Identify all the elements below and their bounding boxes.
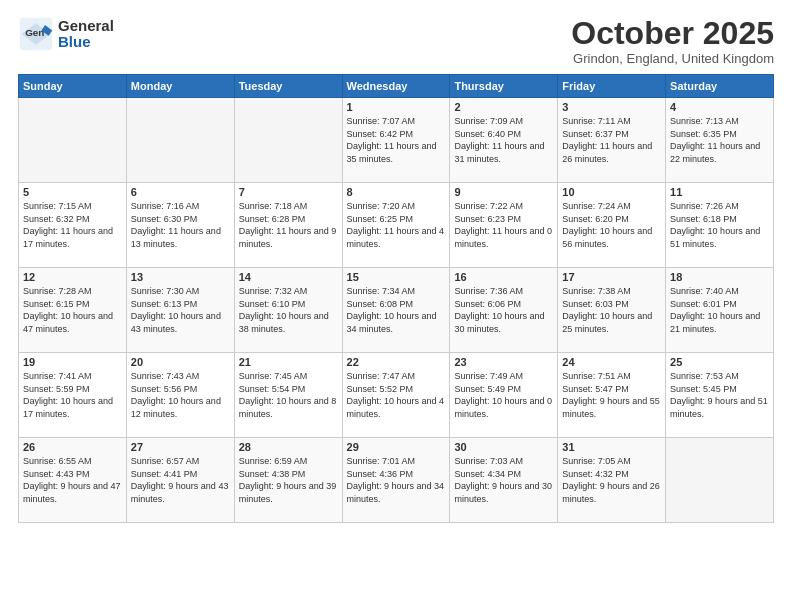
title-section: October 2025 Grindon, England, United Ki…: [571, 16, 774, 66]
day-number: 18: [670, 271, 769, 283]
day-info: Sunrise: 7:38 AMSunset: 6:03 PMDaylight:…: [562, 285, 661, 335]
day-number: 10: [562, 186, 661, 198]
day-number: 14: [239, 271, 338, 283]
day-number: 29: [347, 441, 446, 453]
header: Gen General Blue October 2025 Grindon, E…: [18, 16, 774, 66]
calendar-cell: 31Sunrise: 7:05 AMSunset: 4:32 PMDayligh…: [558, 438, 666, 523]
day-number: 22: [347, 356, 446, 368]
calendar-cell: 27Sunrise: 6:57 AMSunset: 4:41 PMDayligh…: [126, 438, 234, 523]
day-info: Sunrise: 7:45 AMSunset: 5:54 PMDaylight:…: [239, 370, 338, 420]
day-number: 7: [239, 186, 338, 198]
calendar-cell: [126, 98, 234, 183]
calendar-day-header: Wednesday: [342, 75, 450, 98]
logo-general: General: [58, 18, 114, 35]
calendar-cell: 20Sunrise: 7:43 AMSunset: 5:56 PMDayligh…: [126, 353, 234, 438]
month-title: October 2025: [571, 16, 774, 51]
day-number: 2: [454, 101, 553, 113]
calendar-cell: [666, 438, 774, 523]
day-info: Sunrise: 7:49 AMSunset: 5:49 PMDaylight:…: [454, 370, 553, 420]
calendar-cell: 12Sunrise: 7:28 AMSunset: 6:15 PMDayligh…: [19, 268, 127, 353]
calendar-cell: 11Sunrise: 7:26 AMSunset: 6:18 PMDayligh…: [666, 183, 774, 268]
calendar-cell: 15Sunrise: 7:34 AMSunset: 6:08 PMDayligh…: [342, 268, 450, 353]
calendar-week-row: 19Sunrise: 7:41 AMSunset: 5:59 PMDayligh…: [19, 353, 774, 438]
calendar-cell: 10Sunrise: 7:24 AMSunset: 6:20 PMDayligh…: [558, 183, 666, 268]
day-info: Sunrise: 7:36 AMSunset: 6:06 PMDaylight:…: [454, 285, 553, 335]
svg-text:Gen: Gen: [25, 27, 44, 38]
day-info: Sunrise: 7:26 AMSunset: 6:18 PMDaylight:…: [670, 200, 769, 250]
calendar-day-header: Sunday: [19, 75, 127, 98]
calendar-cell: [234, 98, 342, 183]
day-info: Sunrise: 7:20 AMSunset: 6:25 PMDaylight:…: [347, 200, 446, 250]
day-number: 11: [670, 186, 769, 198]
calendar-header-row: SundayMondayTuesdayWednesdayThursdayFrid…: [19, 75, 774, 98]
calendar-cell: 29Sunrise: 7:01 AMSunset: 4:36 PMDayligh…: [342, 438, 450, 523]
day-number: 30: [454, 441, 553, 453]
calendar-cell: [19, 98, 127, 183]
calendar-cell: 28Sunrise: 6:59 AMSunset: 4:38 PMDayligh…: [234, 438, 342, 523]
day-number: 24: [562, 356, 661, 368]
day-info: Sunrise: 7:22 AMSunset: 6:23 PMDaylight:…: [454, 200, 553, 250]
day-info: Sunrise: 7:40 AMSunset: 6:01 PMDaylight:…: [670, 285, 769, 335]
calendar: SundayMondayTuesdayWednesdayThursdayFrid…: [18, 74, 774, 523]
day-info: Sunrise: 7:41 AMSunset: 5:59 PMDaylight:…: [23, 370, 122, 420]
day-info: Sunrise: 7:11 AMSunset: 6:37 PMDaylight:…: [562, 115, 661, 165]
day-info: Sunrise: 7:05 AMSunset: 4:32 PMDaylight:…: [562, 455, 661, 505]
day-info: Sunrise: 7:32 AMSunset: 6:10 PMDaylight:…: [239, 285, 338, 335]
calendar-cell: 16Sunrise: 7:36 AMSunset: 6:06 PMDayligh…: [450, 268, 558, 353]
day-info: Sunrise: 7:47 AMSunset: 5:52 PMDaylight:…: [347, 370, 446, 420]
day-info: Sunrise: 7:53 AMSunset: 5:45 PMDaylight:…: [670, 370, 769, 420]
day-number: 5: [23, 186, 122, 198]
calendar-cell: 4Sunrise: 7:13 AMSunset: 6:35 PMDaylight…: [666, 98, 774, 183]
day-info: Sunrise: 6:55 AMSunset: 4:43 PMDaylight:…: [23, 455, 122, 505]
calendar-cell: 6Sunrise: 7:16 AMSunset: 6:30 PMDaylight…: [126, 183, 234, 268]
calendar-week-row: 5Sunrise: 7:15 AMSunset: 6:32 PMDaylight…: [19, 183, 774, 268]
day-number: 31: [562, 441, 661, 453]
calendar-cell: 1Sunrise: 7:07 AMSunset: 6:42 PMDaylight…: [342, 98, 450, 183]
calendar-cell: 7Sunrise: 7:18 AMSunset: 6:28 PMDaylight…: [234, 183, 342, 268]
calendar-cell: 9Sunrise: 7:22 AMSunset: 6:23 PMDaylight…: [450, 183, 558, 268]
calendar-cell: 24Sunrise: 7:51 AMSunset: 5:47 PMDayligh…: [558, 353, 666, 438]
day-number: 28: [239, 441, 338, 453]
day-number: 12: [23, 271, 122, 283]
day-number: 21: [239, 356, 338, 368]
day-number: 8: [347, 186, 446, 198]
day-info: Sunrise: 7:03 AMSunset: 4:34 PMDaylight:…: [454, 455, 553, 505]
calendar-cell: 17Sunrise: 7:38 AMSunset: 6:03 PMDayligh…: [558, 268, 666, 353]
day-info: Sunrise: 6:59 AMSunset: 4:38 PMDaylight:…: [239, 455, 338, 505]
calendar-day-header: Saturday: [666, 75, 774, 98]
day-number: 25: [670, 356, 769, 368]
calendar-week-row: 26Sunrise: 6:55 AMSunset: 4:43 PMDayligh…: [19, 438, 774, 523]
day-number: 4: [670, 101, 769, 113]
day-info: Sunrise: 7:51 AMSunset: 5:47 PMDaylight:…: [562, 370, 661, 420]
calendar-cell: 22Sunrise: 7:47 AMSunset: 5:52 PMDayligh…: [342, 353, 450, 438]
day-info: Sunrise: 7:24 AMSunset: 6:20 PMDaylight:…: [562, 200, 661, 250]
day-info: Sunrise: 7:30 AMSunset: 6:13 PMDaylight:…: [131, 285, 230, 335]
page: Gen General Blue October 2025 Grindon, E…: [0, 0, 792, 612]
day-info: Sunrise: 7:13 AMSunset: 6:35 PMDaylight:…: [670, 115, 769, 165]
calendar-cell: 2Sunrise: 7:09 AMSunset: 6:40 PMDaylight…: [450, 98, 558, 183]
calendar-cell: 19Sunrise: 7:41 AMSunset: 5:59 PMDayligh…: [19, 353, 127, 438]
day-info: Sunrise: 7:43 AMSunset: 5:56 PMDaylight:…: [131, 370, 230, 420]
day-number: 26: [23, 441, 122, 453]
calendar-cell: 3Sunrise: 7:11 AMSunset: 6:37 PMDaylight…: [558, 98, 666, 183]
calendar-cell: 26Sunrise: 6:55 AMSunset: 4:43 PMDayligh…: [19, 438, 127, 523]
logo-text: General Blue: [58, 18, 114, 51]
calendar-day-header: Friday: [558, 75, 666, 98]
calendar-day-header: Thursday: [450, 75, 558, 98]
calendar-cell: 8Sunrise: 7:20 AMSunset: 6:25 PMDaylight…: [342, 183, 450, 268]
calendar-cell: 18Sunrise: 7:40 AMSunset: 6:01 PMDayligh…: [666, 268, 774, 353]
day-number: 3: [562, 101, 661, 113]
day-number: 16: [454, 271, 553, 283]
day-number: 19: [23, 356, 122, 368]
day-number: 20: [131, 356, 230, 368]
day-info: Sunrise: 7:01 AMSunset: 4:36 PMDaylight:…: [347, 455, 446, 505]
day-number: 27: [131, 441, 230, 453]
day-info: Sunrise: 7:16 AMSunset: 6:30 PMDaylight:…: [131, 200, 230, 250]
logo-blue: Blue: [58, 34, 114, 51]
calendar-day-header: Monday: [126, 75, 234, 98]
calendar-cell: 25Sunrise: 7:53 AMSunset: 5:45 PMDayligh…: [666, 353, 774, 438]
day-info: Sunrise: 7:07 AMSunset: 6:42 PMDaylight:…: [347, 115, 446, 165]
calendar-cell: 13Sunrise: 7:30 AMSunset: 6:13 PMDayligh…: [126, 268, 234, 353]
day-info: Sunrise: 7:18 AMSunset: 6:28 PMDaylight:…: [239, 200, 338, 250]
day-number: 13: [131, 271, 230, 283]
